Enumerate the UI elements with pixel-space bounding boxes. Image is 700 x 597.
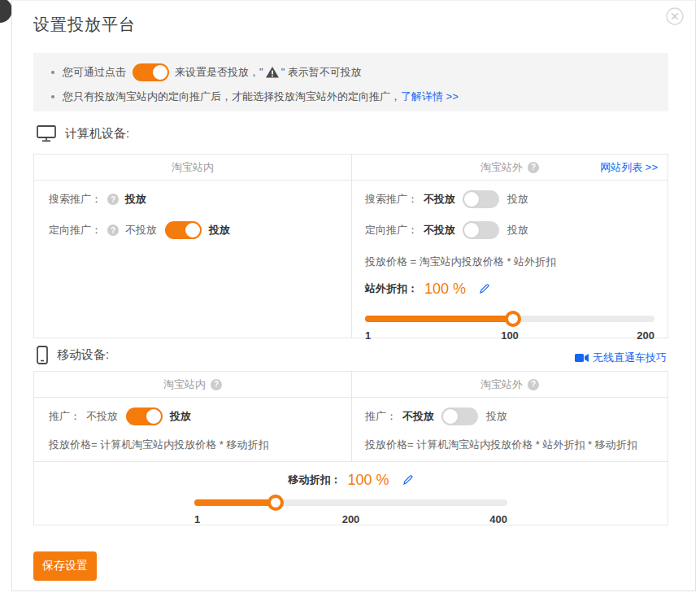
mobile-offsite-header: 淘宝站外 ?: [351, 372, 667, 397]
notice-text-1c: " 表示暂不可投放: [281, 64, 362, 81]
bullet-icon: [51, 95, 54, 98]
slider-min-label: 1: [365, 329, 371, 342]
slider-max-label: 400: [489, 513, 507, 525]
computer-offsite-target-toggle[interactable]: [463, 221, 499, 239]
help-icon[interactable]: ?: [107, 224, 119, 236]
row-label: 定向推广：: [49, 223, 102, 237]
row-label: 推广：: [365, 409, 397, 424]
close-icon: [666, 7, 684, 25]
background-floating-button: [0, 0, 12, 23]
discount-label: 移动折扣：: [288, 473, 341, 487]
header-label: 淘宝站内: [172, 160, 214, 175]
toggle-on-label: 投放: [170, 409, 191, 424]
mobile-phone-icon: [37, 346, 48, 364]
header-label: 淘宝站内: [163, 377, 206, 392]
notice-text-2: 您只有投放淘宝站内的定向推广后，才能选择投放淘宝站外的定向推广，: [63, 89, 401, 105]
help-icon[interactable]: ?: [528, 162, 539, 173]
toggle-knob: [441, 407, 459, 425]
toggle-off-label: 不投放: [125, 223, 157, 237]
discount-label: 站外折扣：: [365, 281, 418, 296]
save-settings-button[interactable]: 保存设置: [33, 551, 97, 581]
computer-offsite-cell: 搜索推广： 不投放 投放 定向推广： 不投放 投放 投放价格 = 淘宝站内投放价…: [351, 181, 667, 338]
mobile-section-header: 移动设备:: [37, 346, 109, 364]
close-button[interactable]: [666, 7, 684, 25]
notice-line-2: 您只有投放淘宝站内的定向推广后，才能选择投放淘宝站外的定向推广， 了解详情 >>: [51, 89, 650, 105]
slider-fill: [194, 499, 276, 506]
help-icon[interactable]: ?: [528, 379, 539, 390]
search-status-value: 投放: [125, 192, 146, 207]
header-label: 淘宝站外: [480, 160, 523, 175]
toggle-off-label: 不投放: [424, 223, 455, 237]
computer-offsite-search-row: 搜索推广： 不投放 投放: [365, 184, 654, 215]
site-list-link[interactable]: 网站列表 >>: [600, 155, 658, 180]
notice-text-1b: 来设置是否投放，": [175, 64, 263, 81]
computer-table-header: 淘宝站内 淘宝站外 ? 网站列表 >>: [34, 155, 667, 181]
slider-max-label: 200: [637, 329, 654, 342]
toggle-off-label: 不投放: [402, 409, 434, 424]
row-label: 搜索推广：: [49, 192, 102, 207]
computer-onsite-cell: 搜索推广： ? 投放 定向推广： ? 不投放 投放: [34, 181, 351, 338]
offsite-discount-slider[interactable]: [365, 316, 654, 322]
mobile-slider-labels: 1 200 400: [194, 513, 507, 525]
toggle-knob: [463, 221, 480, 239]
notice-text-1a: 您可通过点击: [63, 64, 126, 81]
slider-fill: [365, 316, 513, 322]
video-icon: [575, 353, 589, 363]
toggle-knob: [151, 63, 169, 81]
computer-table: 淘宝站内 淘宝站外 ? 网站列表 >> 搜索推广： ? 投放 定向推广：: [33, 154, 668, 338]
demo-toggle[interactable]: [133, 63, 168, 81]
bullet-icon: [51, 71, 54, 74]
mobile-onsite-promo-toggle[interactable]: [126, 407, 162, 425]
mobile-offsite-formula: 投放价格= 计算机淘宝站内投放价格 * 站外折扣 * 移动折扣: [365, 437, 654, 453]
offsite-discount-row: 站外折扣： 100 %: [365, 278, 654, 299]
toggle-knob: [145, 407, 163, 425]
slider-handle[interactable]: [267, 495, 284, 511]
toggle-off-label: 不投放: [424, 192, 455, 207]
row-label: 推广：: [49, 409, 80, 424]
mobile-discount-slider[interactable]: [194, 499, 507, 506]
slider-handle[interactable]: [505, 311, 521, 327]
mobile-offsite-cell: 推广： 不投放 投放 投放价格= 计算机淘宝站内投放价格 * 站外折扣 * 移动…: [351, 398, 667, 461]
warning-icon: [266, 67, 279, 78]
mobile-onsite-formula: 投放价格= 计算机淘宝站内投放价格 * 移动折扣: [49, 437, 337, 453]
header-label: 淘宝站外: [480, 377, 523, 392]
slider-mid-label: 200: [342, 513, 360, 525]
mobile-onsite-header: 淘宝站内 ?: [34, 372, 351, 397]
mobile-offsite-promo-toggle[interactable]: [442, 407, 478, 425]
toggle-off-label: 不投放: [86, 409, 118, 424]
edit-mobile-discount-button[interactable]: [402, 474, 414, 486]
toggle-on-label: 投放: [209, 223, 230, 237]
mobile-table: 淘宝站内 ? 淘宝站外 ? 推广： 不投放 投放 投放价格= 计算机淘宝站内投: [33, 371, 668, 525]
offsite-slider-labels: 1 100 200: [365, 329, 654, 342]
computer-section-title: 计算机设备:: [65, 126, 129, 142]
slider-mid-label: 100: [501, 329, 519, 342]
page-background: 设置投放平台 您可通过点击 来设置是否投放，" " 表示暂不可投放: [0, 0, 700, 597]
pencil-icon: [402, 474, 414, 486]
mobile-discount-section: 移动折扣： 100 % 1 200: [34, 461, 667, 525]
slider-min-label: 1: [194, 513, 200, 525]
mobile-table-header: 淘宝站内 ? 淘宝站外 ?: [34, 372, 667, 398]
notice-line-1: 您可通过点击 来设置是否投放，" " 表示暂不可投放: [51, 63, 650, 81]
toggle-on-label: 投放: [507, 192, 528, 207]
toggle-on-label: 投放: [486, 409, 507, 424]
wireless-tips-link[interactable]: 无线直通车技巧: [575, 351, 667, 365]
toggle-knob: [463, 190, 480, 208]
help-icon[interactable]: ?: [211, 379, 222, 390]
computer-onsite-search-row: 搜索推广： ? 投放: [49, 184, 337, 215]
mobile-discount-value: 100 %: [347, 472, 389, 489]
row-label: 定向推广：: [365, 223, 418, 237]
help-icon[interactable]: ?: [107, 194, 119, 205]
computer-offsite-header: 淘宝站外 ? 网站列表 >>: [351, 155, 667, 180]
computer-offsite-search-toggle[interactable]: [463, 190, 499, 208]
toggle-on-label: 投放: [507, 223, 528, 237]
offsite-price-formula: 投放价格 = 淘宝站内投放价格 * 站外折扣: [365, 254, 654, 270]
computer-onsite-target-toggle[interactable]: [165, 221, 201, 239]
notice-box: 您可通过点击 来设置是否投放，" " 表示暂不可投放 您只有投放淘宝站内的定向推…: [33, 53, 668, 111]
offsite-discount-value: 100 %: [424, 281, 466, 298]
learn-more-link[interactable]: 了解详情 >>: [401, 89, 459, 105]
wireless-tips-label: 无线直通车技巧: [593, 351, 667, 365]
mobile-section-title: 移动设备:: [57, 347, 109, 363]
mobile-discount-row: 移动折扣： 100 %: [194, 469, 507, 490]
pencil-icon: [479, 283, 490, 294]
edit-offsite-discount-button[interactable]: [479, 283, 490, 294]
